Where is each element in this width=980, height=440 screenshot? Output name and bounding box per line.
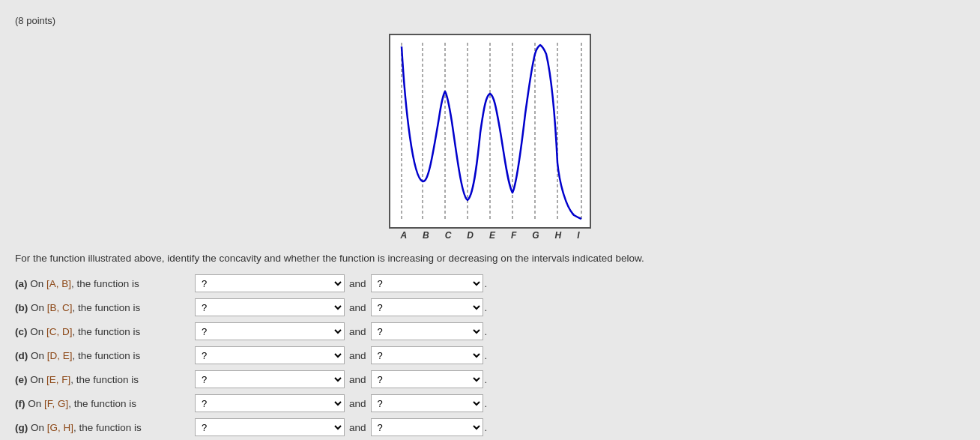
and-text-4: and	[349, 374, 366, 385]
dot-0: .	[485, 278, 488, 289]
description: For the function illustrated above, iden…	[15, 253, 689, 264]
label-I: I	[577, 230, 579, 241]
qa-row-2: (c) On [C, D], the function is ?concave …	[15, 322, 965, 340]
label-F: F	[511, 230, 516, 241]
points-label: (8 points)	[15, 15, 965, 26]
interval-6: [G, H]	[47, 422, 73, 433]
qa-row-4: (e) On [E, F], the function is ?concave …	[15, 370, 965, 388]
concavity-select-0[interactable]: ?concave upconcave down	[195, 274, 345, 292]
concavity-select-2[interactable]: ?concave upconcave down	[195, 322, 345, 340]
interval-4: [E, F]	[46, 374, 70, 385]
label-C: C	[445, 230, 452, 241]
rest-text-2: , the function is	[73, 326, 141, 337]
label-A: A	[400, 230, 407, 241]
label-D: D	[467, 230, 474, 241]
dot-2: .	[485, 326, 488, 337]
rest-text-4: , the function is	[70, 374, 139, 385]
part-letter-6: (g)	[15, 422, 31, 433]
dot-4: .	[485, 374, 488, 385]
qa-label-6: (g) On [G, H], the function is	[15, 422, 195, 433]
qa-label-2: (c) On [C, D], the function is	[15, 326, 195, 337]
interval-3: [D, E]	[47, 350, 73, 361]
on-text-0: On	[30, 278, 46, 289]
on-text-2: On	[30, 326, 46, 337]
rest-text-0: , the function is	[71, 278, 139, 289]
and-text-1: and	[349, 302, 366, 313]
label-E: E	[489, 230, 495, 241]
qa-row-0: (a) On [A, B], the function is ?concave …	[15, 274, 965, 292]
direction-select-6[interactable]: ?increasingdecreasing	[371, 418, 483, 436]
graph-labels: A B C D E F G H I	[389, 230, 591, 241]
graph-container: A B C D E F G H I	[15, 34, 965, 241]
dot-6: .	[485, 422, 488, 433]
qa-label-1: (b) On [B, C], the function is	[15, 302, 195, 313]
rest-text-3: , the function is	[73, 350, 141, 361]
interval-0: [A, B]	[46, 278, 71, 289]
interval-1: [B, C]	[47, 302, 73, 313]
direction-select-0[interactable]: ?increasingdecreasing	[371, 274, 483, 292]
and-text-5: and	[349, 398, 366, 409]
part-letter-0: (a)	[15, 278, 30, 289]
part-letter-1: (b)	[15, 302, 31, 313]
and-text-2: and	[349, 326, 366, 337]
and-text-6: and	[349, 422, 366, 433]
direction-select-2[interactable]: ?increasingdecreasing	[371, 322, 483, 340]
label-B: B	[423, 230, 429, 241]
qa-row-6: (g) On [G, H], the function is ?concave …	[15, 418, 965, 436]
part-letter-4: (e)	[15, 374, 30, 385]
concavity-select-5[interactable]: ?concave upconcave down	[195, 394, 345, 412]
qa-label-5: (f) On [F, G], the function is	[15, 398, 195, 409]
qa-label-3: (d) On [D, E], the function is	[15, 350, 195, 361]
rest-text-1: , the function is	[73, 302, 141, 313]
rest-text-5: , the function is	[68, 398, 136, 409]
direction-select-1[interactable]: ?increasingdecreasing	[371, 298, 483, 316]
part-letter-2: (c)	[15, 326, 30, 337]
on-text-6: On	[31, 422, 47, 433]
direction-select-5[interactable]: ?increasingdecreasing	[371, 394, 483, 412]
direction-select-4[interactable]: ?increasingdecreasing	[371, 370, 483, 388]
direction-select-3[interactable]: ?increasingdecreasing	[371, 346, 483, 364]
qa-row-5: (f) On [F, G], the function is ?concave …	[15, 394, 965, 412]
label-G: G	[532, 230, 539, 241]
qa-row-1: (b) On [B, C], the function is ?concave …	[15, 298, 965, 316]
dot-5: .	[485, 398, 488, 409]
on-text-3: On	[31, 350, 47, 361]
interval-2: [C, D]	[46, 326, 73, 337]
dot-3: .	[485, 350, 488, 361]
concavity-select-4[interactable]: ?concave upconcave down	[195, 370, 345, 388]
and-text-0: and	[349, 278, 366, 289]
and-text-3: and	[349, 350, 366, 361]
concavity-select-1[interactable]: ?concave upconcave down	[195, 298, 345, 316]
interval-5: [F, G]	[44, 398, 68, 409]
graph-box	[389, 34, 591, 229]
qa-row-3: (d) On [D, E], the function is ?concave …	[15, 346, 965, 364]
qa-label-0: (a) On [A, B], the function is	[15, 278, 195, 289]
on-text-1: On	[31, 302, 47, 313]
qa-section: (a) On [A, B], the function is ?concave …	[15, 274, 965, 440]
rest-text-6: , the function is	[73, 422, 142, 433]
concavity-select-3[interactable]: ?concave upconcave down	[195, 346, 345, 364]
qa-label-4: (e) On [E, F], the function is	[15, 374, 195, 385]
part-letter-3: (d)	[15, 350, 31, 361]
on-text-5: On	[28, 398, 44, 409]
concavity-select-6[interactable]: ?concave upconcave down	[195, 418, 345, 436]
dot-1: .	[485, 302, 488, 313]
on-text-4: On	[30, 374, 46, 385]
label-H: H	[555, 230, 562, 241]
part-letter-5: (f)	[15, 398, 28, 409]
